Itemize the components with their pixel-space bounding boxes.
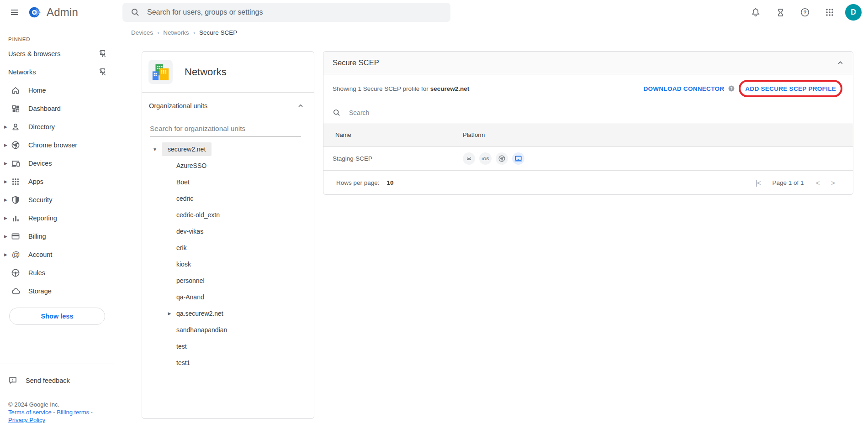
billing-terms-link[interactable]: Billing terms xyxy=(57,409,89,416)
unpin-icon[interactable] xyxy=(98,50,107,58)
expand-arrow-icon[interactable]: ▶ xyxy=(2,252,9,257)
profiles-search-input[interactable] xyxy=(349,109,532,116)
apps-grid-button[interactable] xyxy=(820,3,839,21)
org-units-search[interactable] xyxy=(150,123,301,136)
notifications-button[interactable] xyxy=(746,3,765,21)
sidebar-item-billing[interactable]: ▶ Billing xyxy=(0,227,114,245)
breadcrumb: Devices › Networks › Secure SCEP xyxy=(131,29,237,36)
tree-item[interactable]: dev-vikas xyxy=(142,223,314,240)
show-less-button[interactable]: Show less xyxy=(9,308,105,325)
expand-arrow-icon[interactable]: ▶ xyxy=(2,198,9,202)
tree-item[interactable]: cedric-old_extn xyxy=(142,207,314,223)
expand-arrow-icon[interactable]: ▶ xyxy=(2,125,9,129)
search-icon xyxy=(131,8,140,17)
shield-icon xyxy=(11,195,21,204)
top-app-bar: Admin ? D xyxy=(0,0,868,25)
breadcrumb-current: Secure SCEP xyxy=(199,29,237,36)
secure-scep-title: Secure SCEP xyxy=(333,58,379,67)
terms-of-service-link[interactable]: Terms of service xyxy=(8,409,52,416)
expand-arrow-icon[interactable]: ▶ xyxy=(2,216,9,220)
user-avatar[interactable]: D xyxy=(845,4,862,21)
unpin-icon[interactable] xyxy=(98,68,107,77)
org-domain: securew2.net xyxy=(430,85,470,92)
global-search-input[interactable] xyxy=(147,8,442,16)
sidebar-item-security[interactable]: ▶ Security xyxy=(0,191,114,209)
tree-root-label[interactable]: securew2.net xyxy=(162,142,212,156)
sidebar-item-networks-pinned[interactable]: Networks xyxy=(0,63,114,81)
tree-item[interactable]: personnel xyxy=(142,272,314,289)
svg-text:?: ? xyxy=(730,86,733,91)
sidebar-item-dashboard[interactable]: Dashboard xyxy=(0,99,114,118)
send-feedback-button[interactable]: Send feedback xyxy=(0,371,114,391)
brand-name: Admin xyxy=(47,6,78,19)
home-icon xyxy=(11,86,21,95)
tree-item[interactable]: Boet xyxy=(142,174,314,190)
download-connector-button[interactable]: DOWNLOAD CONNECTOR xyxy=(643,85,724,92)
chevron-up-icon[interactable] xyxy=(837,59,844,66)
expand-arrow-icon[interactable]: ▶ xyxy=(2,143,9,147)
column-header-platform[interactable]: Platform xyxy=(463,131,485,138)
help-circle-icon[interactable]: ? xyxy=(728,85,735,92)
first-page-button[interactable]: |< xyxy=(756,179,761,187)
search-icon xyxy=(333,109,341,117)
sidebar-item-account[interactable]: ▶ @ Account xyxy=(0,245,114,264)
sidebar-item-devices[interactable]: ▶ Devices xyxy=(0,154,114,172)
expand-arrow-icon[interactable]: ▶ xyxy=(2,234,9,239)
sidebar-item-storage[interactable]: Storage xyxy=(0,282,114,300)
org-units-tree: ▼ securew2.net AzureSSO Boet cedric cedr… xyxy=(142,141,314,371)
sidebar-item-rules[interactable]: Rules xyxy=(0,264,114,282)
networks-buildings-icon xyxy=(148,60,173,84)
profile-name[interactable]: Staging-SCEP xyxy=(323,155,463,162)
tree-root-row[interactable]: ▼ securew2.net xyxy=(142,141,314,157)
profiles-search[interactable] xyxy=(323,103,853,123)
tree-item-expandable[interactable]: ▶ qa.securew2.net xyxy=(142,305,314,322)
platform-icons: iOS xyxy=(463,152,524,165)
organizational-units-section-header[interactable]: Organizational units xyxy=(142,95,314,116)
menu-icon[interactable] xyxy=(4,1,26,23)
next-page-button[interactable]: > xyxy=(831,179,835,187)
expand-arrow-icon[interactable]: ▶ xyxy=(165,311,174,316)
svg-text:?: ? xyxy=(804,10,807,15)
tree-item[interactable]: qa-Anand xyxy=(142,289,314,305)
tree-item[interactable]: sandhanapandian xyxy=(142,322,314,338)
rows-per-page-value[interactable]: 10 xyxy=(387,179,394,186)
tree-item[interactable]: kiosk xyxy=(142,256,314,272)
previous-page-button[interactable]: < xyxy=(815,179,819,187)
secure-scep-header[interactable]: Secure SCEP xyxy=(323,52,853,74)
help-button[interactable]: ? xyxy=(796,3,814,21)
privacy-policy-link[interactable]: Privacy Policy xyxy=(8,417,45,423)
column-header-name[interactable]: Name xyxy=(323,131,463,138)
sidebar-footer: © 2024 Google Inc. Terms of service - Bi… xyxy=(8,401,93,423)
sidebar-item-users-browsers[interactable]: Users & browsers xyxy=(0,45,114,63)
tasks-button[interactable] xyxy=(771,3,789,21)
caret-down-icon[interactable]: ▼ xyxy=(150,147,159,152)
sidebar-item-apps[interactable]: ▶ Apps xyxy=(0,172,114,191)
tree-item[interactable]: test xyxy=(142,338,314,355)
tree-item[interactable]: cedric xyxy=(142,190,314,207)
tree-item[interactable]: test1 xyxy=(142,355,314,371)
expand-arrow-icon[interactable]: ▶ xyxy=(2,179,9,184)
tree-item[interactable]: AzureSSO xyxy=(142,157,314,174)
chromebook-platform-icon xyxy=(512,152,524,165)
sidebar-item-reporting[interactable]: ▶ Reporting xyxy=(0,209,114,227)
apps-icon xyxy=(11,178,21,186)
bar-chart-icon xyxy=(11,214,21,223)
org-units-search-input[interactable] xyxy=(150,123,301,136)
hourglass-icon xyxy=(776,8,785,17)
breadcrumb-devices[interactable]: Devices xyxy=(131,29,153,36)
breadcrumb-separator: › xyxy=(157,29,159,36)
steering-wheel-icon xyxy=(11,268,21,277)
admin-logo[interactable]: Admin xyxy=(28,5,78,19)
sidebar-item-chrome-browser[interactable]: ▶ Chrome browser xyxy=(0,136,114,154)
sidebar-item-home[interactable]: Home xyxy=(0,81,114,99)
tree-item[interactable]: erik xyxy=(142,240,314,256)
breadcrumb-networks[interactable]: Networks xyxy=(163,29,189,36)
add-secure-scep-profile-button[interactable]: ADD SECURE SCEP PROFILE xyxy=(745,85,836,92)
rows-per-page-label: Rows per page: xyxy=(336,179,380,186)
global-search[interactable] xyxy=(122,3,450,22)
expand-arrow-icon[interactable]: ▶ xyxy=(2,161,9,166)
apps-grid-icon xyxy=(825,8,834,17)
sidebar-item-directory[interactable]: ▶ Directory xyxy=(0,118,114,136)
table-row[interactable]: Staging-SCEP iOS xyxy=(323,147,853,171)
chevron-up-icon[interactable] xyxy=(297,103,304,109)
